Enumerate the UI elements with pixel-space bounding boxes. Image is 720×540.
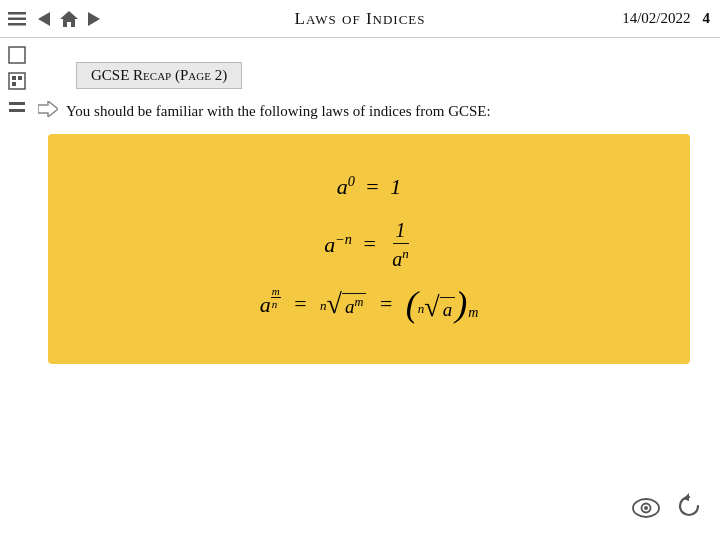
formula-2-equals: = <box>358 231 381 257</box>
svg-marker-13 <box>38 101 58 117</box>
sidebar <box>6 44 28 118</box>
svg-marker-4 <box>60 11 78 27</box>
formula-2-denominator: an <box>389 244 412 271</box>
sidebar-icon-2[interactable] <box>6 70 28 92</box>
formula-3-lhs: amn <box>260 291 281 318</box>
svg-rect-0 <box>8 12 26 15</box>
svg-rect-9 <box>18 76 22 80</box>
formula-1-value: 1 <box>390 174 401 200</box>
svg-rect-11 <box>9 102 25 105</box>
menu-icon[interactable] <box>6 8 28 30</box>
eye-icon[interactable] <box>632 495 660 525</box>
formula-3-rhs: ( n √ a ) m <box>406 288 479 320</box>
nav-controls <box>6 8 106 30</box>
formula-1: a0 = 1 <box>337 173 402 200</box>
formula-2-numerator: 1 <box>393 219 409 244</box>
open-paren: ( <box>406 288 418 320</box>
formula-3: amn = n √ am = ( n √ a ) m <box>260 288 479 320</box>
bullet-arrow-icon <box>38 101 58 122</box>
header: LAWS OF INDICES 14/02/2022 4 <box>0 0 720 38</box>
formula-2-rhs: 1 an <box>389 219 412 271</box>
formula-1-text: a0 <box>337 173 355 200</box>
sidebar-icon-1[interactable] <box>6 44 28 66</box>
undo-icon[interactable] <box>676 493 702 526</box>
formula-3-eq2: = <box>374 291 397 317</box>
page-number: 4 <box>703 10 711 27</box>
svg-rect-8 <box>12 76 16 80</box>
sidebar-icon-3[interactable] <box>6 96 28 118</box>
svg-rect-7 <box>9 73 25 89</box>
formula-2-lhs: a−n <box>324 231 352 258</box>
formula-3-eq1: = <box>289 291 312 317</box>
back-icon[interactable] <box>32 8 54 30</box>
intro-sentence: You should be familiar with the followin… <box>66 103 491 120</box>
main-content: You should be familiar with the followin… <box>38 101 720 364</box>
formula-2: a−n = 1 an <box>324 219 414 271</box>
header-meta: 14/02/2022 4 <box>622 10 710 27</box>
svg-point-16 <box>644 506 648 510</box>
formula-box: a0 = 1 a−n = 1 an amn = n √ <box>48 134 690 364</box>
intro-text: You should be familiar with the followin… <box>38 101 700 122</box>
section-title: GCSE Recap (Page 2) <box>76 62 242 89</box>
bottom-controls <box>632 493 702 526</box>
date-label: 14/02/2022 <box>622 10 690 27</box>
formula-1-equals: = <box>361 174 384 200</box>
close-paren: ) <box>455 288 467 320</box>
formula-3-mid: n √ am <box>320 290 366 318</box>
svg-rect-2 <box>8 23 26 26</box>
svg-rect-1 <box>8 17 26 20</box>
svg-rect-12 <box>9 109 25 112</box>
page-title: LAWS OF INDICES <box>295 9 426 29</box>
home-icon[interactable] <box>58 8 80 30</box>
forward-icon[interactable] <box>84 8 106 30</box>
svg-rect-10 <box>12 82 16 86</box>
svg-marker-5 <box>88 12 100 26</box>
svg-rect-6 <box>9 47 25 63</box>
section-header: GCSE Recap (Page 2) <box>38 50 720 89</box>
svg-marker-3 <box>38 12 50 26</box>
